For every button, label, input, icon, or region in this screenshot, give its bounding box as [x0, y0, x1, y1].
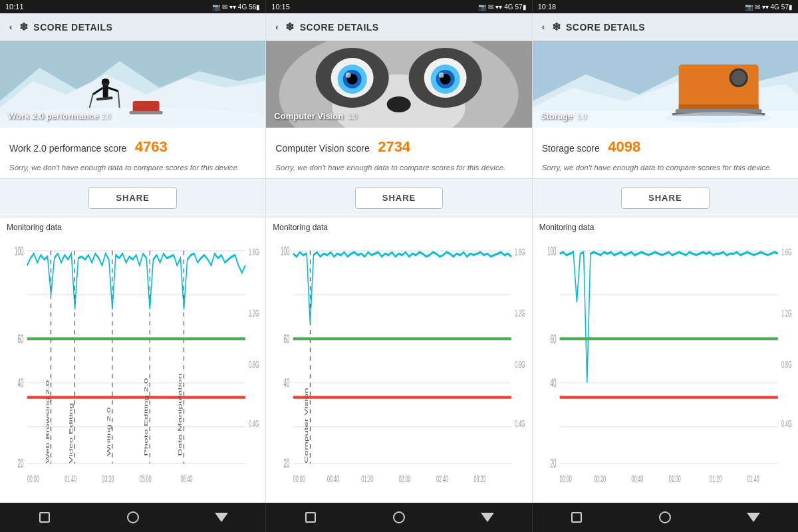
hero-label-storage: Storage 1.0	[541, 111, 587, 121]
signal-4g-3: 4G	[771, 3, 779, 11]
mail-icon-3: ✉	[755, 3, 760, 11]
svg-text:02:00: 02:00	[399, 473, 411, 485]
square-button-3[interactable]	[569, 510, 584, 525]
svg-text:1.2GHz: 1.2GHz	[781, 307, 791, 319]
status-segment-1: 10:11 📷 ✉ ▾▾ 4G 56▮	[0, 0, 266, 13]
score-header-work: ‹ ❄ SCORE DETAILS	[0, 13, 265, 41]
svg-text:0.8GHz: 0.8GHz	[781, 358, 791, 370]
svg-text:1.6GHz: 1.6GHz	[781, 246, 791, 258]
svg-text:20: 20	[550, 458, 556, 470]
score-value-cv: 2734	[378, 138, 410, 155]
panel-cv: ‹ ❄ SCORE DETAILS	[266, 13, 532, 503]
main-panels: ‹ ❄ SCORE DETAILS	[0, 13, 798, 503]
square-button-2[interactable]	[303, 510, 318, 525]
triangle-icon-3	[747, 513, 760, 522]
monitoring-area-storage: Monitoring data 100 60 40 20 1.6GHz 1.2G…	[533, 217, 798, 503]
hero-image-cv: Computer Vision 1.0	[266, 41, 531, 128]
home-button-3[interactable]	[658, 510, 672, 525]
time-1: 10:11	[5, 3, 24, 11]
svg-point-98	[665, 112, 771, 123]
share-area-work: SHARE	[0, 179, 265, 217]
mail-icon-1: ✉	[222, 3, 227, 11]
svg-text:01:40: 01:40	[747, 473, 759, 485]
time-2: 10:15	[271, 3, 290, 11]
home-button-2[interactable]	[392, 510, 406, 525]
svg-text:60: 60	[18, 333, 24, 346]
back-arrow-work[interactable]: ‹	[9, 22, 13, 32]
svg-text:01:00: 01:00	[668, 473, 680, 485]
svg-text:1.2GHz: 1.2GHz	[249, 307, 259, 319]
svg-text:100: 100	[15, 245, 24, 257]
status-segment-2: 10:15 📷 ✉ ▾▾ 4G 57▮	[266, 0, 532, 13]
time-3: 10:18	[538, 3, 557, 11]
panel-work: ‹ ❄ SCORE DETAILS	[0, 13, 266, 503]
score-area-cv: Computer Vision score 2734 Sorry, we don…	[266, 128, 531, 179]
hero-image-storage: Storage 1.0	[533, 41, 798, 128]
svg-text:1.6GHz: 1.6GHz	[249, 246, 259, 258]
svg-text:03:20: 03:20	[474, 473, 486, 485]
monitoring-area-cv: Monitoring data 100 60 40 20 1.6GHz 1.2G…	[266, 217, 531, 503]
square-icon-3	[571, 512, 582, 523]
back-arrow-cv[interactable]: ‹	[275, 22, 279, 32]
score-title-storage: Storage score	[542, 143, 600, 154]
signal-4g-2: 4G	[504, 3, 513, 11]
share-button-cv[interactable]: SHARE	[355, 187, 444, 209]
back-button-3[interactable]	[746, 510, 761, 525]
chart-work: 100 60 40 20 1.6GHz 1.2GHz 0.8GHz 0.4GHz	[7, 236, 259, 500]
back-button-2[interactable]	[480, 510, 495, 525]
svg-point-62	[387, 96, 411, 112]
hero-image-work: Work 2.0 performance2.0	[0, 41, 265, 128]
signal-4g-1: 4G	[238, 3, 247, 11]
score-title-cv: Computer Vision score	[275, 143, 369, 154]
back-arrow-storage[interactable]: ‹	[542, 22, 545, 32]
score-header-storage: ‹ ❄ SCORE DETAILS	[533, 13, 798, 41]
wifi-icon-2: ▾▾	[495, 3, 502, 11]
snowflake-icon-work: ❄	[19, 21, 29, 33]
mail-icon-2: ✉	[488, 3, 493, 11]
svg-text:40: 40	[18, 377, 24, 390]
svg-text:40: 40	[550, 377, 556, 390]
svg-text:06:40: 06:40	[180, 473, 192, 485]
svg-text:Video Editing: Video Editing	[68, 403, 74, 464]
monitoring-title-work: Monitoring data	[7, 223, 259, 232]
share-button-storage[interactable]: SHARE	[621, 187, 710, 209]
battery-2: 57▮	[515, 3, 527, 11]
svg-text:00:00: 00:00	[559, 473, 571, 485]
svg-text:00:00: 00:00	[27, 473, 39, 485]
bottom-nav	[0, 503, 798, 532]
square-icon-1	[39, 512, 50, 523]
score-header-cv: ‹ ❄ SCORE DETAILS	[266, 13, 531, 41]
svg-text:00:40: 00:40	[631, 473, 643, 485]
nav-segment-2	[266, 503, 532, 532]
share-area-storage: SHARE	[533, 179, 798, 217]
monitoring-title-cv: Monitoring data	[273, 223, 525, 232]
panel-storage: ‹ ❄ SCORE DETAILS	[533, 13, 798, 503]
svg-text:60: 60	[550, 333, 556, 346]
svg-text:01:20: 01:20	[710, 473, 722, 485]
score-area-storage: Storage score 4098 Sorry, we don't have …	[533, 128, 798, 179]
header-title-work: SCORE DETAILS	[33, 22, 112, 33]
svg-text:0.4GHz: 0.4GHz	[515, 418, 525, 430]
score-value-work: 4763	[135, 138, 168, 155]
home-button-1[interactable]	[126, 510, 140, 525]
circle-icon-2	[393, 511, 405, 523]
svg-text:20: 20	[18, 458, 24, 470]
svg-point-56	[346, 72, 351, 78]
score-note-cv: Sorry, we don't have enough data to comp…	[275, 162, 522, 173]
nav-segment-3	[533, 503, 798, 532]
svg-text:40: 40	[284, 377, 290, 390]
svg-text:0.8GHz: 0.8GHz	[515, 358, 525, 370]
square-button-1[interactable]	[37, 510, 52, 525]
share-area-cv: SHARE	[266, 179, 531, 217]
svg-text:00:00: 00:00	[293, 473, 305, 485]
battery-1: 56▮	[249, 3, 260, 11]
back-button-1[interactable]	[214, 510, 229, 525]
share-button-work[interactable]: SHARE	[88, 187, 177, 209]
battery-3: 57▮	[781, 3, 793, 11]
svg-text:1.6GHz: 1.6GHz	[515, 246, 525, 258]
camera-icon-2: 📷	[478, 3, 486, 11]
wifi-icon-1: ▾▾	[229, 3, 236, 11]
svg-text:02:40: 02:40	[436, 473, 448, 485]
svg-text:00:40: 00:40	[327, 473, 339, 485]
svg-text:60: 60	[284, 333, 290, 346]
